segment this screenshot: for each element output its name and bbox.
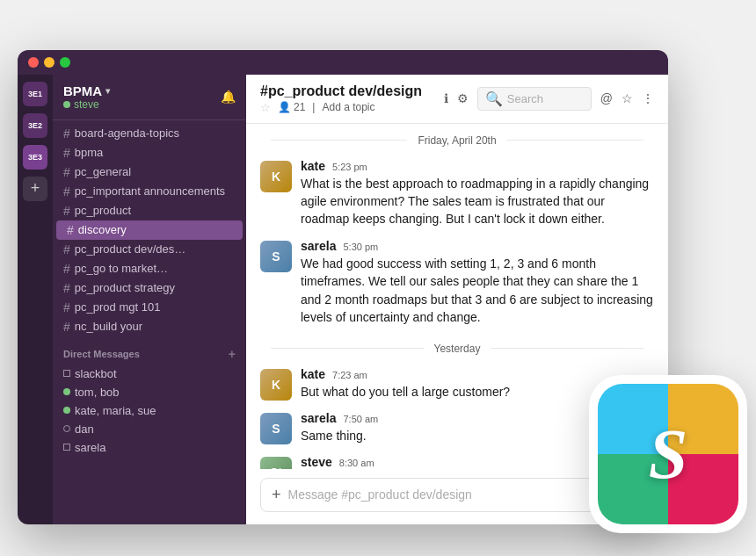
add-workspace-button[interactable]: + xyxy=(23,177,47,201)
workspace-icon-3[interactable]: 3E3 xyxy=(23,145,47,170)
avatar-sarela-1: S xyxy=(260,241,292,272)
message-text-1: What is the best approach to roadmapping… xyxy=(301,175,654,228)
sidebar-item-pc-important-announcements[interactable]: # pc_important announcements xyxy=(53,182,246,201)
message-text-2: We had good success with setting 1, 2, 3… xyxy=(301,255,654,327)
star-icon[interactable]: ☆ xyxy=(260,101,271,114)
sidebar-item-pc-product[interactable]: # pc_product xyxy=(53,201,246,220)
message-content-1: kate 5:23 pm What is the best approach t… xyxy=(301,159,654,228)
star-header-icon[interactable]: ☆ xyxy=(622,91,633,105)
sidebar-item-pc-product-dev[interactable]: # pc_product dev/des… xyxy=(53,240,246,259)
offline-status-icon xyxy=(63,444,70,451)
notifications-icon[interactable]: 🔔 xyxy=(221,90,236,104)
message-header-3: kate 7:23 am xyxy=(301,367,510,381)
channel-name: #pc_product dev/design xyxy=(260,83,422,99)
hash-icon: # xyxy=(63,281,70,295)
gear-icon[interactable]: ⚙ xyxy=(457,91,469,105)
sidebar-item-nc-build-your[interactable]: # nc_build your xyxy=(53,317,246,336)
message-1: K kate 5:23 pm What is the best approach… xyxy=(260,154,654,234)
workspace-status: steve xyxy=(63,98,110,111)
avatar-kate-2: K xyxy=(260,369,292,401)
minimize-button[interactable] xyxy=(44,57,55,68)
message-time-2: 5:30 pm xyxy=(343,242,378,252)
chat-header: #pc_product dev/design ☆ 👤 21 | Add a to… xyxy=(246,75,668,124)
message-author-2: sarela xyxy=(301,239,336,253)
message-author-1: kate xyxy=(301,159,325,173)
slack-s-letter: S xyxy=(649,414,688,494)
status-dot-icon xyxy=(63,101,70,108)
sidebar-item-pc-general[interactable]: # pc_general xyxy=(53,162,246,182)
sidebar-item-bpma[interactable]: # bpma xyxy=(53,143,246,162)
dm-section-header: Direct Messages + xyxy=(53,336,246,365)
sidebar-item-pc-prod-mgt[interactable]: # pc_prod mgt 101 xyxy=(53,298,246,317)
workspace-icon-2[interactable]: 3E2 xyxy=(23,113,47,138)
add-topic-link[interactable]: Add a topic xyxy=(322,101,374,113)
workspace-name[interactable]: BPMA ▾ xyxy=(63,83,110,98)
sidebar-item-tom-bob[interactable]: tom, bob xyxy=(53,383,246,401)
message-text-3: But what do you tell a large customer? xyxy=(301,383,510,401)
hash-icon: # xyxy=(63,165,70,179)
sidebar-item-slackbot[interactable]: slackbot xyxy=(53,365,246,383)
at-icon[interactable]: @ xyxy=(600,91,613,105)
search-input[interactable] xyxy=(507,92,586,105)
online-status-icon xyxy=(63,388,70,395)
add-attachment-button[interactable]: + xyxy=(272,486,281,504)
avatar-steve: St xyxy=(260,457,292,468)
sidebar-nav: # board-agenda-topics # bpma # pc_genera… xyxy=(53,120,246,524)
maximize-button[interactable] xyxy=(60,57,70,68)
message-time-4: 7:50 am xyxy=(343,414,378,424)
online-status-icon xyxy=(63,407,70,414)
sidebar-item-kate-maria-sue[interactable]: kate, maria, sue xyxy=(53,401,246,420)
chat-header-right: ℹ ⚙ 🔍 @ ☆ ⋮ xyxy=(444,87,654,111)
sidebar-item-pc-go-to-market[interactable]: # pc_go to market… xyxy=(53,259,246,278)
message-text-4: Same thing. xyxy=(301,427,378,444)
channel-meta: ☆ 👤 21 | Add a topic xyxy=(260,101,422,114)
add-dm-button[interactable]: + xyxy=(229,347,236,361)
slackbot-status-icon xyxy=(63,370,70,377)
scene: 3E1 3E2 3E3 + BPMA ▾ steve xyxy=(18,32,738,524)
sidebar-item-pc-product-strategy[interactable]: # pc_product strategy xyxy=(53,278,246,298)
sidebar-item-dan[interactable]: dan xyxy=(53,420,246,438)
sidebar-item-sarela[interactable]: sarela xyxy=(53,438,246,457)
message-header-4: sarela 7:50 am xyxy=(301,411,378,425)
message-content-3: kate 7:23 am But what do you tell a larg… xyxy=(301,367,510,401)
avatar-kate-1: K xyxy=(260,161,292,192)
hash-icon: # xyxy=(63,184,70,199)
message-author-5: steve xyxy=(301,455,332,468)
sidebar-item-board-agenda-topics[interactable]: # board-agenda-topics xyxy=(53,124,246,143)
app-window: 3E1 3E2 3E3 + BPMA ▾ steve xyxy=(18,50,668,524)
hash-icon: # xyxy=(63,300,70,314)
hash-icon: # xyxy=(63,262,70,276)
avatar-sarela-2: S xyxy=(260,413,292,444)
workspace-chevron-icon: ▾ xyxy=(105,86,110,96)
chat-header-left: #pc_product dev/design ☆ 👤 21 | Add a to… xyxy=(260,83,422,114)
sidebar: BPMA ▾ steve 🔔 # board xyxy=(53,75,246,524)
workspace-header: BPMA ▾ steve 🔔 xyxy=(53,75,246,120)
message-content-2: sarela 5:30 pm We had good success with … xyxy=(301,239,654,327)
more-icon[interactable]: ⋮ xyxy=(642,91,654,105)
close-button[interactable] xyxy=(28,57,39,68)
hash-icon: # xyxy=(63,242,70,256)
sidebar-item-discovery[interactable]: # discovery xyxy=(56,220,243,240)
slack-logo-background: S xyxy=(598,384,738,524)
message-time-5: 8:30 am xyxy=(339,458,374,468)
away-status-icon xyxy=(63,425,70,432)
hash-icon: # xyxy=(63,146,70,160)
hash-icon: # xyxy=(63,320,70,334)
message-header-2: sarela 5:30 pm xyxy=(301,239,654,253)
message-header-1: kate 5:23 pm xyxy=(301,159,654,173)
slack-logo: S xyxy=(589,375,747,533)
date-divider-yesterday: Yesterday xyxy=(260,332,654,362)
message-author-4: sarela xyxy=(301,411,336,425)
info-icon[interactable]: ℹ xyxy=(444,91,448,105)
hash-icon: # xyxy=(67,223,74,237)
search-bar[interactable]: 🔍 xyxy=(477,87,592,111)
message-content-4: sarela 7:50 am Same thing. xyxy=(301,411,378,444)
search-icon: 🔍 xyxy=(485,90,503,107)
workspace-icon-strip: 3E1 3E2 3E3 + xyxy=(18,75,53,524)
date-divider-friday: Friday, April 20th xyxy=(260,124,654,154)
message-2: S sarela 5:30 pm We had good success wit… xyxy=(260,234,654,332)
member-count: 👤 21 xyxy=(278,101,305,113)
workspace-icon-1[interactable]: 3E1 xyxy=(23,82,47,106)
title-bar xyxy=(18,50,668,75)
message-time-3: 7:23 am xyxy=(332,370,367,380)
